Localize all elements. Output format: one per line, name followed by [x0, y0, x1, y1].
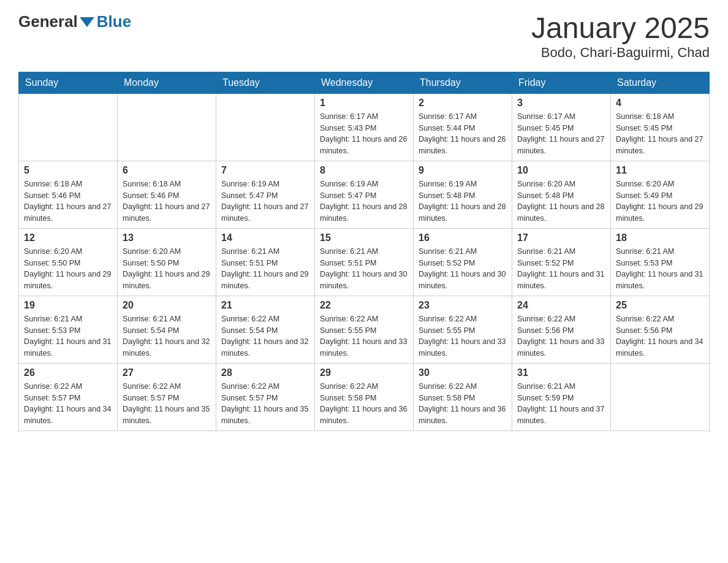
calendar-table: Sunday Monday Tuesday Wednesday Thursday…: [18, 72, 710, 431]
table-row: 19Sunrise: 6:21 AM Sunset: 5:53 PM Dayli…: [19, 296, 118, 363]
col-sunday: Sunday: [19, 72, 118, 93]
day-info: Sunrise: 6:17 AM Sunset: 5:45 PM Dayligh…: [517, 111, 605, 157]
day-number: 14: [221, 232, 309, 243]
day-info: Sunrise: 6:20 AM Sunset: 5:49 PM Dayligh…: [616, 178, 704, 224]
day-info: Sunrise: 6:19 AM Sunset: 5:47 PM Dayligh…: [320, 178, 408, 224]
day-number: 22: [320, 300, 408, 311]
day-info: Sunrise: 6:17 AM Sunset: 5:43 PM Dayligh…: [320, 111, 408, 157]
day-info: Sunrise: 6:22 AM Sunset: 5:58 PM Dayligh…: [419, 381, 507, 427]
day-info: Sunrise: 6:18 AM Sunset: 5:45 PM Dayligh…: [616, 111, 704, 157]
day-info: Sunrise: 6:18 AM Sunset: 5:46 PM Dayligh…: [24, 178, 112, 224]
day-number: 2: [419, 98, 507, 109]
col-monday: Monday: [118, 72, 216, 93]
col-tuesday: Tuesday: [216, 72, 315, 93]
day-number: 26: [24, 367, 112, 378]
table-row: 28Sunrise: 6:22 AM Sunset: 5:57 PM Dayli…: [216, 363, 315, 431]
table-row: 9Sunrise: 6:19 AM Sunset: 5:48 PM Daylig…: [414, 161, 512, 228]
table-row: 10Sunrise: 6:20 AM Sunset: 5:48 PM Dayli…: [512, 161, 611, 228]
table-row: 16Sunrise: 6:21 AM Sunset: 5:52 PM Dayli…: [414, 228, 512, 296]
table-row: 31Sunrise: 6:21 AM Sunset: 5:59 PM Dayli…: [512, 363, 611, 431]
day-info: Sunrise: 6:22 AM Sunset: 5:55 PM Dayligh…: [320, 313, 408, 359]
day-info: Sunrise: 6:19 AM Sunset: 5:48 PM Dayligh…: [419, 178, 507, 224]
calendar-week-row: 12Sunrise: 6:20 AM Sunset: 5:50 PM Dayli…: [19, 228, 710, 296]
day-number: 25: [616, 300, 704, 311]
table-row: 25Sunrise: 6:22 AM Sunset: 5:56 PM Dayli…: [611, 296, 710, 363]
day-info: Sunrise: 6:22 AM Sunset: 5:57 PM Dayligh…: [221, 381, 309, 427]
day-info: Sunrise: 6:22 AM Sunset: 5:56 PM Dayligh…: [517, 313, 605, 359]
table-row: 22Sunrise: 6:22 AM Sunset: 5:55 PM Dayli…: [315, 296, 414, 363]
table-row: 8Sunrise: 6:19 AM Sunset: 5:47 PM Daylig…: [315, 161, 414, 228]
table-row: [611, 363, 710, 431]
table-row: 3Sunrise: 6:17 AM Sunset: 5:45 PM Daylig…: [512, 93, 611, 161]
day-number: 21: [221, 300, 309, 311]
day-info: Sunrise: 6:21 AM Sunset: 5:51 PM Dayligh…: [320, 246, 408, 292]
table-row: 7Sunrise: 6:19 AM Sunset: 5:47 PM Daylig…: [216, 161, 315, 228]
day-info: Sunrise: 6:22 AM Sunset: 5:57 PM Dayligh…: [123, 381, 211, 427]
table-row: [118, 93, 216, 161]
logo-blue-text: Blue: [97, 12, 131, 31]
table-row: 5Sunrise: 6:18 AM Sunset: 5:46 PM Daylig…: [19, 161, 118, 228]
day-number: 31: [517, 367, 605, 378]
day-number: 29: [320, 367, 408, 378]
col-friday: Friday: [512, 72, 611, 93]
table-row: 27Sunrise: 6:22 AM Sunset: 5:57 PM Dayli…: [118, 363, 216, 431]
calendar-header-row: Sunday Monday Tuesday Wednesday Thursday…: [19, 72, 710, 93]
logo: General Blue: [18, 12, 131, 31]
logo-general-text: General: [18, 12, 78, 31]
table-row: 1Sunrise: 6:17 AM Sunset: 5:43 PM Daylig…: [315, 93, 414, 161]
title-area: January 2025 Bodo, Chari-Baguirmi, Chad: [531, 12, 710, 61]
day-number: 28: [221, 367, 309, 378]
day-number: 27: [123, 367, 211, 378]
day-info: Sunrise: 6:21 AM Sunset: 5:53 PM Dayligh…: [616, 246, 704, 292]
day-info: Sunrise: 6:22 AM Sunset: 5:54 PM Dayligh…: [221, 313, 309, 359]
day-info: Sunrise: 6:18 AM Sunset: 5:46 PM Dayligh…: [123, 178, 211, 224]
day-number: 7: [221, 165, 309, 176]
calendar-title: January 2025: [531, 12, 710, 45]
table-row: 11Sunrise: 6:20 AM Sunset: 5:49 PM Dayli…: [611, 161, 710, 228]
calendar-week-row: 1Sunrise: 6:17 AM Sunset: 5:43 PM Daylig…: [19, 93, 710, 161]
day-info: Sunrise: 6:22 AM Sunset: 5:58 PM Dayligh…: [320, 381, 408, 427]
day-number: 16: [419, 232, 507, 243]
table-row: 23Sunrise: 6:22 AM Sunset: 5:55 PM Dayli…: [414, 296, 512, 363]
day-number: 11: [616, 165, 704, 176]
day-number: 6: [123, 165, 211, 176]
day-info: Sunrise: 6:20 AM Sunset: 5:48 PM Dayligh…: [517, 178, 605, 224]
day-info: Sunrise: 6:21 AM Sunset: 5:54 PM Dayligh…: [123, 313, 211, 359]
day-info: Sunrise: 6:17 AM Sunset: 5:44 PM Dayligh…: [419, 111, 507, 157]
table-row: 15Sunrise: 6:21 AM Sunset: 5:51 PM Dayli…: [315, 228, 414, 296]
table-row: 30Sunrise: 6:22 AM Sunset: 5:58 PM Dayli…: [414, 363, 512, 431]
day-number: 30: [419, 367, 507, 378]
header: General Blue January 2025 Bodo, Chari-Ba…: [18, 12, 710, 61]
calendar-week-row: 19Sunrise: 6:21 AM Sunset: 5:53 PM Dayli…: [19, 296, 710, 363]
day-info: Sunrise: 6:22 AM Sunset: 5:57 PM Dayligh…: [24, 381, 112, 427]
day-number: 17: [517, 232, 605, 243]
table-row: 14Sunrise: 6:21 AM Sunset: 5:51 PM Dayli…: [216, 228, 315, 296]
day-number: 5: [24, 165, 112, 176]
day-info: Sunrise: 6:21 AM Sunset: 5:59 PM Dayligh…: [517, 381, 605, 427]
calendar-location: Bodo, Chari-Baguirmi, Chad: [531, 45, 710, 61]
day-info: Sunrise: 6:20 AM Sunset: 5:50 PM Dayligh…: [24, 246, 112, 292]
col-thursday: Thursday: [414, 72, 512, 93]
table-row: 26Sunrise: 6:22 AM Sunset: 5:57 PM Dayli…: [19, 363, 118, 431]
day-info: Sunrise: 6:19 AM Sunset: 5:47 PM Dayligh…: [221, 178, 309, 224]
day-number: 23: [419, 300, 507, 311]
day-number: 12: [24, 232, 112, 243]
col-wednesday: Wednesday: [315, 72, 414, 93]
day-number: 4: [616, 98, 704, 109]
day-info: Sunrise: 6:22 AM Sunset: 5:55 PM Dayligh…: [419, 313, 507, 359]
table-row: 13Sunrise: 6:20 AM Sunset: 5:50 PM Dayli…: [118, 228, 216, 296]
day-info: Sunrise: 6:21 AM Sunset: 5:52 PM Dayligh…: [517, 246, 605, 292]
day-number: 13: [123, 232, 211, 243]
day-number: 19: [24, 300, 112, 311]
logo-arrow-icon: [80, 17, 94, 27]
table-row: 20Sunrise: 6:21 AM Sunset: 5:54 PM Dayli…: [118, 296, 216, 363]
table-row: 12Sunrise: 6:20 AM Sunset: 5:50 PM Dayli…: [19, 228, 118, 296]
col-saturday: Saturday: [611, 72, 710, 93]
day-info: Sunrise: 6:21 AM Sunset: 5:51 PM Dayligh…: [221, 246, 309, 292]
day-info: Sunrise: 6:20 AM Sunset: 5:50 PM Dayligh…: [123, 246, 211, 292]
table-row: 17Sunrise: 6:21 AM Sunset: 5:52 PM Dayli…: [512, 228, 611, 296]
day-number: 18: [616, 232, 704, 243]
day-number: 1: [320, 98, 408, 109]
table-row: 6Sunrise: 6:18 AM Sunset: 5:46 PM Daylig…: [118, 161, 216, 228]
day-number: 24: [517, 300, 605, 311]
